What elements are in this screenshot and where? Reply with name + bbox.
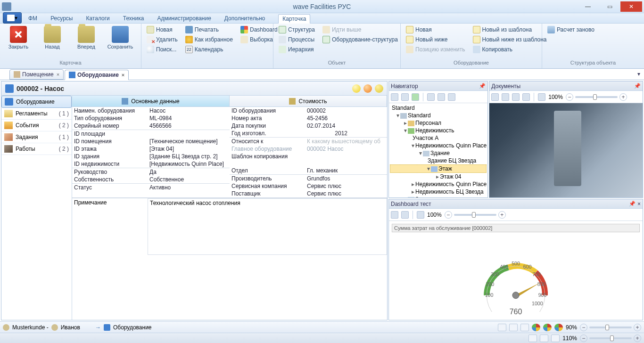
close-window-button[interactable]: ✕ (620, 1, 642, 12)
forward-button[interactable]: Вперед (70, 24, 103, 51)
doc-tool-refresh[interactable] (538, 93, 545, 101)
nav-tool-2[interactable] (401, 93, 409, 101)
view-pie3-icon[interactable] (554, 324, 563, 331)
view-grid-icon[interactable] (520, 324, 529, 331)
view-pie1-icon[interactable] (532, 324, 540, 331)
search-button[interactable]: Поиск... (144, 45, 180, 54)
equip-new-button[interactable]: Новая (404, 25, 468, 34)
equip-new-below-template-button[interactable]: Новый ниже из шаблона (471, 35, 549, 44)
processes-button[interactable]: Процессы (276, 35, 317, 44)
equip-new-template-button[interactable]: Новый из шаблона (471, 25, 549, 34)
file-menu-button[interactable]: ▾ (3, 12, 22, 24)
field-name[interactable]: Насос (149, 107, 228, 114)
warn-icon[interactable] (363, 84, 372, 93)
tree-plot-a[interactable]: Участок А (390, 134, 487, 142)
view-split-icon[interactable] (509, 324, 518, 331)
hint-icon[interactable] (352, 84, 361, 93)
minimize-button[interactable]: — (577, 1, 599, 12)
field-area[interactable] (149, 131, 228, 137)
formtab-cost[interactable]: Стоимость (230, 96, 387, 106)
close-card-button[interactable]: Закрыть (2, 24, 35, 51)
pin-icon[interactable]: 📌 (629, 201, 636, 207)
menu-catalogs[interactable]: Каталоги (86, 15, 109, 22)
save-button[interactable]: Сохранить (104, 24, 137, 51)
nav-tool-3[interactable] (427, 93, 435, 101)
field-serial[interactable]: 4566566 (149, 122, 228, 129)
field-ownership[interactable]: Собственное (149, 176, 228, 183)
zoom-out-button[interactable]: − (580, 324, 587, 331)
equip-new-below-button[interactable]: Новый ниже (404, 35, 468, 44)
back-button[interactable]: Назад (36, 24, 69, 51)
tree-re-quinn2[interactable]: ▸Недвижимость Quinn Place (390, 180, 487, 188)
nav-tool-1[interactable] (391, 93, 398, 101)
field-department[interactable]: Гл. механик (307, 167, 385, 174)
sidenav-equipment[interactable]: Оборудование (1, 96, 72, 108)
field-room[interactable]: [Техническое помещение] (149, 138, 228, 145)
delete-button[interactable]: Удалить (144, 35, 180, 44)
bottom-zoom-out[interactable]: − (580, 335, 587, 342)
equip-structure-button[interactable]: Оборудование-структура (320, 35, 400, 44)
tree-building-node[interactable]: ▾Здание (390, 149, 487, 157)
hierarchy-button[interactable]: Иерархия (276, 45, 317, 54)
dash-tool-edit[interactable] (391, 211, 398, 219)
doc-tool-paste[interactable] (522, 93, 530, 101)
tab-equipment[interactable]: Оборудование× (65, 70, 129, 80)
sidenav-tasks[interactable]: Задания( 1 ) (1, 131, 72, 143)
field-year[interactable]: 2012 (307, 130, 385, 137)
tab-room[interactable]: Помещение× (9, 69, 64, 80)
field-service[interactable]: Сервис плюс (307, 183, 385, 189)
dash-zoom-slider[interactable] (454, 214, 496, 216)
close-tab-icon[interactable]: × (57, 72, 59, 77)
close-pane-icon[interactable]: × (637, 201, 641, 207)
tree-re-quinn[interactable]: ▾Недвижимость Quinn Place (390, 142, 487, 149)
field-manufacturer[interactable]: Grundfos (307, 175, 385, 182)
menu-resources[interactable]: Ресурсы (50, 15, 73, 22)
menu-admin[interactable]: Администрирование (157, 15, 211, 22)
field-building[interactable]: [Здание БЦ Звезда стр. 2] (149, 153, 228, 160)
doc-tool-open[interactable] (512, 93, 520, 101)
close-tab-icon[interactable]: × (122, 72, 124, 78)
dash-zoom-out[interactable]: − (445, 211, 452, 219)
field-id[interactable]: 000002 (307, 107, 385, 114)
pin-icon[interactable]: 📌 (479, 83, 486, 89)
zoom-fit-icon[interactable] (540, 335, 548, 342)
recalc-button[interactable]: Расчет заново (545, 25, 597, 34)
field-type[interactable]: ML-0984 (149, 115, 228, 122)
menu-tech[interactable]: Техника (123, 15, 144, 22)
menu-extra[interactable]: Дополнительно (224, 15, 265, 22)
tree-re-star[interactable]: ▸Недвижимость БЦ Звезда (390, 188, 487, 196)
sidenav-works[interactable]: Работы( 2 ) (1, 143, 72, 155)
field-status[interactable]: Активно (149, 184, 228, 191)
field-relates[interactable]: К какому вышестоящему об (307, 138, 385, 145)
tree-floor-node[interactable]: ▾Этаж (390, 164, 487, 173)
dash-zoom-in[interactable]: + (498, 211, 506, 219)
menu-fm[interactable]: ФМ (28, 15, 37, 22)
field-supplier[interactable]: Сервис плюс (307, 190, 385, 197)
field-buydate[interactable]: 02.07.2014 (307, 122, 385, 129)
view-single-icon[interactable] (498, 324, 506, 331)
equip-copy-button[interactable]: Копировать (471, 45, 549, 54)
dash-tool-refresh[interactable] (417, 211, 424, 219)
field-notes[interactable]: Технологический насос отопления (148, 198, 387, 255)
sidenav-events[interactable]: События( 2 ) (1, 120, 72, 131)
field-floor[interactable]: [Этаж 04] (149, 146, 228, 152)
tree-personal[interactable]: ▸Персонал (390, 119, 487, 127)
favorite-button[interactable]: Как избранное (183, 35, 235, 44)
doc-tool-cam[interactable] (502, 93, 509, 101)
doc-zoom-slider[interactable] (575, 96, 618, 98)
maximize-button[interactable]: ▭ (599, 1, 620, 12)
structure-button[interactable]: Структура (276, 25, 317, 34)
bottom-zoom-in[interactable]: + (634, 335, 641, 342)
zoom-page-icon[interactable] (551, 335, 560, 342)
go-up-button[interactable]: Идти выше (320, 25, 400, 34)
tabs-dropdown[interactable]: ▾ (637, 71, 640, 77)
field-manual[interactable]: Да (149, 169, 228, 175)
nav-tool-grid[interactable] (412, 93, 419, 101)
layout-icon[interactable] (528, 335, 537, 342)
field-realestate[interactable]: [Недвижимость Quinn Place] (149, 161, 228, 167)
status-crumb[interactable]: Оборудование (113, 324, 152, 331)
doc-tool-new[interactable] (491, 93, 499, 101)
view-pie2-icon[interactable] (543, 324, 552, 331)
field-act[interactable]: 45-2456 (307, 115, 385, 122)
tree-realestate[interactable]: ▾Недвижимость (390, 127, 487, 134)
